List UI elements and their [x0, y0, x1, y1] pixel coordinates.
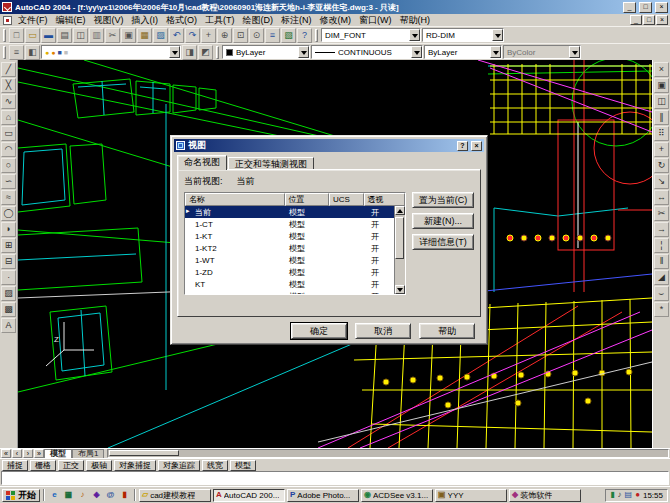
publish-button[interactable]: ▥ [89, 28, 104, 43]
chevron-down-icon[interactable] [411, 46, 422, 58]
new-button[interactable]: □ [9, 28, 24, 43]
view-list-row[interactable]: 1-WT模型开 [185, 254, 394, 266]
tab-named-views[interactable]: 命名视图 [177, 155, 227, 170]
lineweight-combo[interactable]: ByLayer [424, 45, 502, 59]
hatch-button[interactable]: ▨ [1, 286, 16, 301]
view-list-row[interactable]: 1-KT模型开 [185, 230, 394, 242]
taskbar-button-yyy-window[interactable]: ▣YYY [435, 489, 507, 502]
column-header-location[interactable]: 位置 [285, 193, 329, 206]
match-properties-button[interactable]: ▨ [153, 28, 168, 43]
model-tab[interactable]: 模型 [44, 449, 72, 458]
color-combo[interactable]: ByLayer [222, 45, 310, 59]
copy-button[interactable]: ▣ [121, 28, 136, 43]
text-style-combo[interactable]: DIM_FONT [321, 28, 421, 42]
set-current-button[interactable]: 置为当前(C) [412, 192, 474, 208]
column-header-name[interactable]: 名称 [185, 193, 285, 206]
zoom-realtime-button[interactable]: ⊕ [217, 28, 232, 43]
close-button[interactable]: × [655, 2, 668, 13]
tab-scroll-prev-button[interactable]: ‹ [12, 449, 22, 458]
horizontal-scrollbar-thumb[interactable] [109, 450, 179, 456]
antivirus-icon[interactable]: ● [635, 491, 640, 499]
menu-format[interactable]: 格式(O) [162, 14, 201, 26]
plot-preview-button[interactable]: ◫ [73, 28, 88, 43]
menu-dimension[interactable]: 标注(N) [277, 14, 316, 26]
plot-button[interactable]: ▤ [57, 28, 72, 43]
show-desktop-icon[interactable]: ▦ [62, 489, 75, 502]
linetype-combo[interactable]: CONTINUOUS [311, 45, 423, 59]
details-button[interactable]: 详细信息(T) [412, 234, 474, 250]
chevron-down-icon[interactable] [492, 29, 503, 41]
properties-button[interactable]: ≡ [265, 28, 280, 43]
toggle-polar[interactable]: 极轴 [86, 460, 112, 471]
mail-icon[interactable]: @ [104, 489, 117, 502]
view-list-row[interactable]: KT模型开 [185, 278, 394, 290]
chevron-down-icon[interactable] [298, 46, 309, 58]
scale-button[interactable]: ↘ [654, 174, 669, 189]
taskbar-button-cad-tutorial-folder[interactable]: ▱cad建模教程 [139, 489, 211, 502]
drawing-doc-icon[interactable] [3, 16, 12, 25]
layer-states-button[interactable]: ◧ [25, 45, 40, 60]
menu-tools[interactable]: 工具(T) [201, 14, 239, 26]
media-player-icon[interactable]: ♪ [76, 489, 89, 502]
column-header-ucs[interactable]: UCS [329, 193, 364, 206]
view-list-row[interactable]: 1-CT模型开 [185, 218, 394, 230]
help-button[interactable]: 帮助 [419, 323, 475, 339]
dialog-help-button[interactable]: ? [457, 141, 468, 151]
toolbar-grip[interactable] [216, 46, 219, 59]
menu-window[interactable]: 窗口(W) [355, 14, 396, 26]
trim-button[interactable]: ✂ [654, 206, 669, 221]
column-header-perspective[interactable]: 透视 [364, 193, 405, 206]
mirror-button[interactable]: ◫ [654, 94, 669, 109]
menu-help[interactable]: 帮助(H) [396, 14, 435, 26]
view-list-row[interactable]: TMMP模型开 [185, 290, 394, 294]
toolbar-grip[interactable] [315, 29, 318, 42]
construction-line-button[interactable]: ╳ [1, 78, 16, 93]
stretch-button[interactable]: ↔ [654, 190, 669, 205]
menu-edit[interactable]: 编辑(E) [52, 14, 90, 26]
fillet-button[interactable]: ⌣ [654, 286, 669, 301]
toolbar-grip[interactable] [3, 29, 6, 42]
internet-explorer-icon[interactable]: e [48, 489, 61, 502]
tab-scroll-next-button[interactable]: › [23, 449, 33, 458]
menu-view[interactable]: 视图(V) [90, 14, 128, 26]
paste-button[interactable]: ▦ [137, 28, 152, 43]
arc-button[interactable]: ◠ [1, 142, 16, 157]
menu-draw[interactable]: 绘图(D) [239, 14, 278, 26]
ok-button[interactable]: 确定 [291, 323, 347, 339]
cut-button[interactable]: ✂ [105, 28, 120, 43]
point-button[interactable]: ∙ [1, 270, 16, 285]
toggle-grid[interactable]: 栅格 [30, 460, 56, 471]
volume-icon[interactable]: ♪ [618, 491, 622, 499]
view-dialog-titlebar[interactable]: 视图 ? × [174, 139, 484, 152]
taskbar-button-autocad-window[interactable]: AAutoCAD 200... [213, 489, 285, 502]
spline-button[interactable]: ≈ [1, 190, 16, 205]
offset-button[interactable]: ∥ [654, 110, 669, 125]
polygon-button[interactable]: ⌂ [1, 110, 16, 125]
insert-block-button[interactable]: ⊞ [1, 238, 16, 253]
scroll-up-icon[interactable] [395, 206, 405, 215]
taskbar-button-acdsee-window[interactable]: ◉ACDSee v3.1... [361, 489, 433, 502]
tab-scroll-last-button[interactable]: » [34, 449, 44, 458]
view-list-row[interactable]: 1-KT2模型开 [185, 242, 394, 254]
view-list[interactable]: 名称 位置 UCS 透视 ▸当前模型开1-CT模型开1-KT模型开1-KT2模型… [184, 192, 406, 295]
network-icon[interactable]: ▤ [625, 491, 633, 499]
scroll-down-icon[interactable] [395, 285, 405, 294]
menu-insert[interactable]: 插入(I) [128, 14, 163, 26]
scrollbar-thumb[interactable] [395, 217, 404, 259]
move-button[interactable]: + [654, 142, 669, 157]
start-button[interactable]: 开始 [2, 489, 40, 502]
designcenter-button[interactable]: ▧ [281, 28, 296, 43]
revision-cloud-button[interactable]: ∽ [1, 174, 16, 189]
layer-properties-button[interactable]: ≡ [9, 45, 24, 60]
layer-previous-button[interactable]: ◩ [198, 45, 213, 60]
make-object-layer-button[interactable]: ◨ [182, 45, 197, 60]
scheduler-icon[interactable]: ▮ [610, 491, 614, 499]
multiline-text-button[interactable]: A [1, 318, 16, 333]
horizontal-scrollbar[interactable] [107, 449, 669, 458]
winamp-icon[interactable]: ▮ [118, 489, 131, 502]
chevron-down-icon[interactable] [409, 29, 420, 41]
extend-button[interactable]: → [654, 222, 669, 237]
redo-button[interactable]: ↷ [185, 28, 200, 43]
array-button[interactable]: ⠿ [654, 126, 669, 141]
view-list-row[interactable]: ▸当前模型开 [185, 206, 394, 218]
